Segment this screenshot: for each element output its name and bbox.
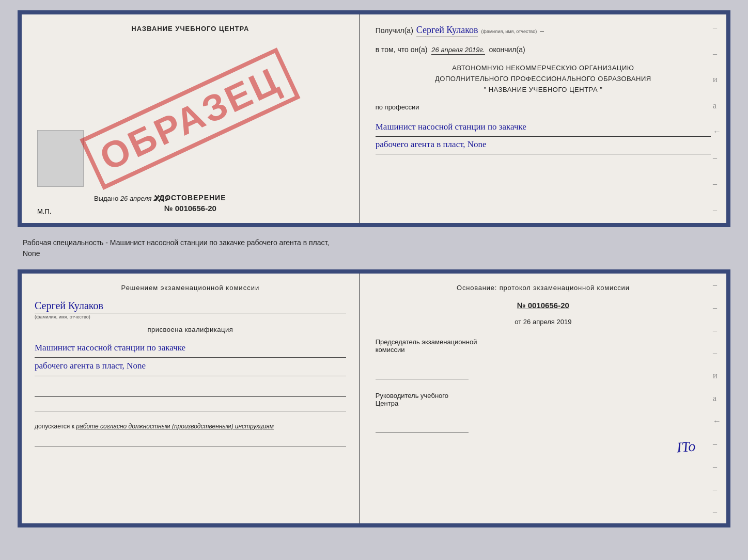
predsedatel-block: Председатель экзаменационной комиссии [376, 338, 711, 379]
recipient-name: Сергей Кулаков [416, 25, 478, 37]
top-center-title: НАЗВАНИЕ УЧЕБНОГО ЦЕНТРА [131, 25, 249, 33]
org-block: АВТОНОМНУЮ НЕКОММЕРЧЕСКУЮ ОРГАНИЗАЦИЮ ДО… [376, 63, 711, 95]
dopuskaetsya-label: допускается к [35, 423, 74, 430]
qual-line2: рабочего агента в пласт, None [35, 358, 346, 376]
name-block: Сергей Кулаков (фамилия, имя, отчество) [35, 298, 346, 319]
vtom-row: в том, что он(а) 26 апреля 2019г. окончи… [376, 45, 711, 55]
predsedatel-line1: Председатель экзаменационной [376, 338, 711, 346]
obrazec-stamp: ОБРАЗЕЦ [80, 47, 301, 190]
prisvoyena-text: присвоена квалификация [35, 326, 346, 333]
profession-block: Машинист насосной станции по закачке раб… [376, 119, 711, 154]
org-line1: АВТОНОМНУЮ НЕКОММЕРЧЕСКУЮ ОРГАНИЗАЦИЮ [376, 63, 711, 74]
resheniem-text: Решением экзаменационной комиссии [35, 284, 346, 292]
profession-line1: Машинист насосной станции по закачке [376, 119, 711, 137]
predsedatel-sign-line [376, 369, 469, 379]
completion-date: 26 апреля 2019г. [431, 46, 485, 55]
bottom-doc-left: Решением экзаменационной комиссии Сергей… [22, 274, 360, 523]
right-dashes: – – и а ← – – – [713, 14, 721, 223]
rukovoditel-block: Руководитель учебного Центра [376, 392, 711, 433]
top-doc-left: НАЗВАНИЕ УЧЕБНОГО ЦЕНТРА ОБРАЗЕЦ УДОСТОВ… [22, 14, 360, 223]
bottom-document: Решением экзаменационной комиссии Сергей… [18, 269, 730, 527]
ot-date-value: 26 апреля 2019 [523, 318, 572, 326]
rukovoditel-line2: Центра [376, 399, 711, 407]
name-hint: (фамилия, имя, отчество) [481, 29, 537, 34]
ito-mark: ITo [676, 438, 696, 456]
po-professii: по профессии [376, 103, 711, 111]
udostoverenie-num: № 0010656-20 [154, 204, 226, 213]
udostoverenie-title: УДОСТОВЕРЕНИЕ [154, 194, 226, 202]
between-line1: Рабочая специальность - Машинист насосно… [23, 237, 725, 248]
predsedatel-line2: комиссии [376, 346, 711, 354]
bottom-sign-lines [35, 387, 346, 411]
bottom-doc-right: Основание: протокол экзаменационной коми… [360, 274, 726, 523]
dopuskaetsya-value: работе согласно должностным (производств… [76, 423, 274, 430]
osnovanie-text: Основание: протокол экзаменационной коми… [376, 284, 711, 292]
mp-label: М.П. [37, 207, 51, 215]
top-doc-right: Получил(а) Сергей Кулаков (фамилия, имя,… [360, 14, 726, 223]
udostoverenie-block: УДОСТОВЕРЕНИЕ № 0010656-20 [154, 194, 226, 213]
top-document: НАЗВАНИЕ УЧЕБНОГО ЦЕНТРА ОБРАЗЕЦ УДОСТОВ… [18, 10, 730, 227]
bottom-recipient-name: Сергей Кулаков [35, 300, 346, 312]
ot-label: от [515, 318, 521, 326]
ot-date-row: от 26 апреля 2019 [376, 318, 711, 326]
bottom-name-hint: (фамилия, имя, отчество) [35, 313, 346, 319]
qual-line1: Машинист насосной станции по закачке [35, 340, 346, 358]
dopuskaetsya-block: допускается к работе согласно должностны… [35, 423, 346, 430]
right-dashes-bottom: – – – – и а ← – – – – [713, 274, 721, 523]
protocol-num: № 0010656-20 [376, 301, 711, 310]
rukovoditel-line1: Руководитель учебного [376, 392, 711, 399]
vydano-label: Выдано [94, 195, 118, 202]
org-line3: " НАЗВАНИЕ УЧЕБНОГО ЦЕНТРА " [376, 85, 711, 95]
org-line2: ДОПОЛНИТЕЛЬНОГО ПРОФЕССИОНАЛЬНОГО ОБРАЗО… [376, 74, 711, 85]
between-line2: None [23, 248, 725, 259]
qualification-block: Машинист насосной станции по закачке раб… [35, 340, 346, 376]
between-text: Рабочая специальность - Машинист насосно… [18, 237, 730, 259]
poluchil-label: Получил(а) [376, 26, 413, 35]
vtom-label: в том, что он(а) [376, 45, 428, 54]
sign-line-1 [35, 387, 346, 397]
sign-line-3 [35, 436, 346, 446]
poluchil-row: Получил(а) Сергей Кулаков (фамилия, имя,… [376, 25, 711, 37]
rukovoditel-sign-line [376, 423, 469, 433]
sign-line-2 [35, 401, 346, 411]
photo-placeholder [37, 130, 84, 187]
profession-line2: рабочего агента в пласт, None [376, 137, 711, 154]
okonchil-label: окончил(а) [489, 45, 525, 54]
